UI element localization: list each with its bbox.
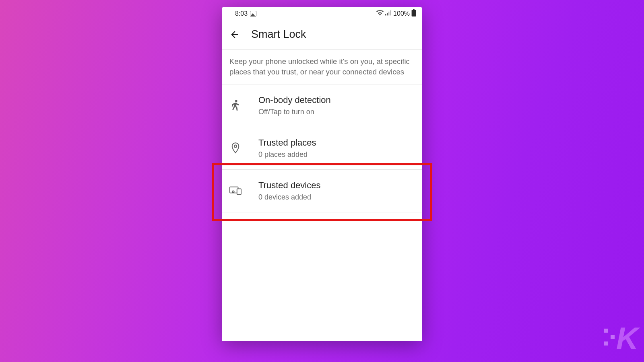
picture-icon bbox=[250, 11, 256, 16]
svg-point-7 bbox=[234, 145, 237, 148]
svg-point-6 bbox=[235, 100, 237, 102]
svg-rect-4 bbox=[413, 9, 415, 10]
option-title: Trusted devices bbox=[258, 180, 320, 191]
phone-frame: 8:03 100% Smart Lock Keep your phone unl… bbox=[222, 7, 422, 341]
back-button[interactable] bbox=[229, 29, 240, 40]
option-trusted-places[interactable]: Trusted places 0 places added bbox=[222, 127, 422, 169]
option-title: On-body detection bbox=[258, 95, 331, 105]
watermark-logo: K bbox=[607, 326, 629, 351]
status-bar: 8:03 100% bbox=[222, 7, 422, 20]
page-title: Smart Lock bbox=[251, 28, 306, 41]
svg-rect-5 bbox=[412, 10, 416, 16]
svg-rect-0 bbox=[385, 14, 386, 15]
svg-rect-9 bbox=[237, 189, 241, 194]
empty-space bbox=[222, 212, 422, 341]
battery-icon bbox=[411, 9, 416, 18]
svg-rect-3 bbox=[390, 10, 391, 16]
battery-text: 100% bbox=[393, 10, 410, 17]
option-trusted-devices[interactable]: Trusted devices 0 devices added bbox=[222, 169, 422, 212]
location-pin-icon bbox=[229, 142, 242, 154]
wifi-icon bbox=[376, 10, 384, 17]
app-bar: Smart Lock bbox=[222, 20, 422, 49]
svg-point-10 bbox=[232, 191, 234, 193]
walk-icon bbox=[229, 99, 242, 111]
option-subtitle: 0 places added bbox=[258, 150, 316, 159]
devices-icon bbox=[229, 185, 242, 197]
svg-rect-2 bbox=[388, 12, 389, 16]
option-subtitle: 0 devices added bbox=[258, 193, 320, 202]
status-time: 8:03 bbox=[235, 10, 248, 17]
page-description: Keep your phone unlocked while it's on y… bbox=[222, 50, 422, 84]
option-title: Trusted places bbox=[258, 138, 316, 148]
option-subtitle: Off/Tap to turn on bbox=[258, 108, 331, 116]
svg-rect-1 bbox=[387, 13, 388, 15]
option-on-body-detection[interactable]: On-body detection Off/Tap to turn on bbox=[222, 84, 422, 127]
signal-icon bbox=[385, 10, 392, 17]
